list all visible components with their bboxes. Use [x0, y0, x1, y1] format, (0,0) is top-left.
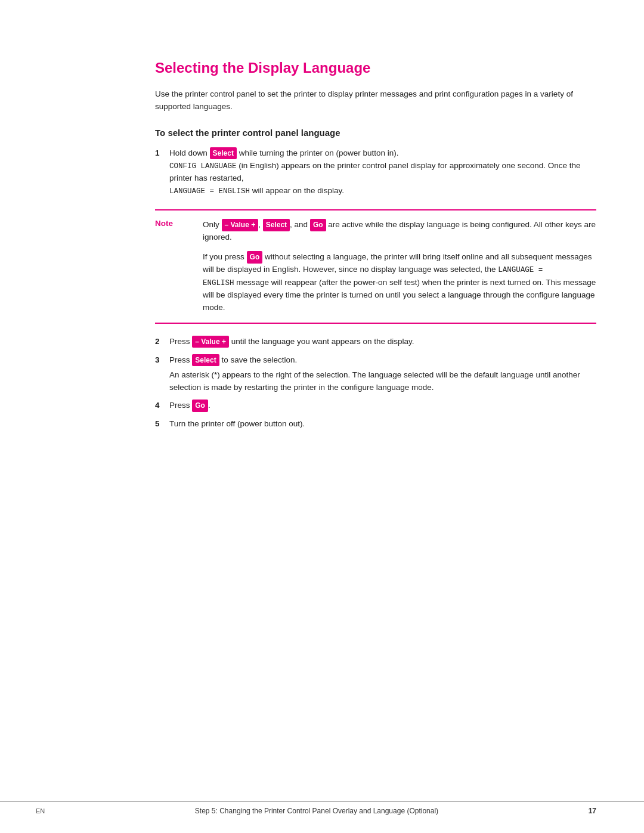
step-5-number: 5	[155, 418, 166, 431]
note-paragraph-1: Only – Value +, Select, and Go are activ…	[203, 219, 596, 244]
step-3-content: Press Select to save the selection. An a…	[169, 354, 596, 394]
step-4-text-pre: Press	[169, 401, 192, 410]
note-code1: LANGUAGE =	[498, 266, 543, 274]
note-p2-pre: If you press	[203, 252, 247, 261]
note-label: Note	[155, 219, 203, 314]
value-key-step2: – Value +	[192, 336, 229, 348]
note-paragraph-2: If you press Go without selecting a lang…	[203, 251, 596, 314]
step-1-code1: CONFIG LANGUAGE	[169, 162, 237, 171]
intro-text: Use the printer control panel to set the…	[155, 88, 596, 113]
step-3-number: 3	[155, 354, 166, 394]
step-2-number: 2	[155, 336, 166, 348]
page-container: Selecting the Display Language Use the p…	[0, 0, 644, 833]
select-key-1: Select	[210, 147, 237, 160]
step-2-text-post: until the language you want appears on t…	[229, 337, 414, 346]
footer-center-text: Step 5: Changing the Printer Control Pan…	[45, 807, 588, 815]
step-2: 2 Press – Value + until the language you…	[155, 336, 596, 348]
section-heading: To select the printer control panel lang…	[155, 128, 596, 138]
step-3-sub: An asterisk (*) appears to the right of …	[169, 369, 596, 394]
step-1-number: 1	[155, 147, 166, 198]
go-key-note1: Go	[310, 219, 326, 231]
select-key-step3: Select	[192, 354, 219, 367]
page-title: Selecting the Display Language	[155, 60, 596, 76]
step-2-text-pre: Press	[169, 337, 192, 346]
note-p1-pre: Only	[203, 220, 222, 229]
step-2-content: Press – Value + until the language you w…	[169, 336, 596, 348]
select-key-note1: Select	[263, 219, 290, 231]
step-4: 4 Press Go.	[155, 400, 596, 412]
footer: EN Step 5: Changing the Printer Control …	[0, 801, 644, 815]
step-5-content: Turn the printer off (power button out).	[169, 418, 596, 431]
value-key-note1: – Value +	[222, 219, 259, 231]
go-key-step4: Go	[192, 400, 208, 412]
footer-page-number: 17	[589, 807, 596, 815]
note-code2: ENGLISH	[203, 279, 234, 287]
step-1: 1 Hold down Select while turning the pri…	[155, 147, 596, 198]
go-key-note2: Go	[247, 251, 263, 264]
note-p1-mid1: ,	[258, 220, 263, 229]
note-p1-mid2: , and	[290, 220, 310, 229]
step-5: 5 Turn the printer off (power button out…	[155, 418, 596, 431]
step-4-content: Press Go.	[169, 400, 596, 412]
content-area: Selecting the Display Language Use the p…	[155, 36, 596, 431]
step-4-text-post: .	[208, 401, 210, 410]
step-5-text: Turn the printer off (power button out).	[169, 419, 305, 428]
step-1-code2: LANGUAGE = ENGLISH	[169, 187, 250, 196]
note-content: Only – Value +, Select, and Go are activ…	[203, 219, 596, 314]
note-section: Note Only – Value +, Select, and Go are …	[155, 209, 596, 323]
step-1-text-pre: Hold down	[169, 148, 210, 157]
step-3-text-post: to save the selection.	[219, 355, 298, 364]
step-1-content: Hold down Select while turning the print…	[169, 147, 596, 198]
step-3: 3 Press Select to save the selection. An…	[155, 354, 596, 394]
step-4-number: 4	[155, 400, 166, 412]
step-3-text-pre: Press	[169, 355, 192, 364]
footer-lang: EN	[36, 807, 45, 815]
